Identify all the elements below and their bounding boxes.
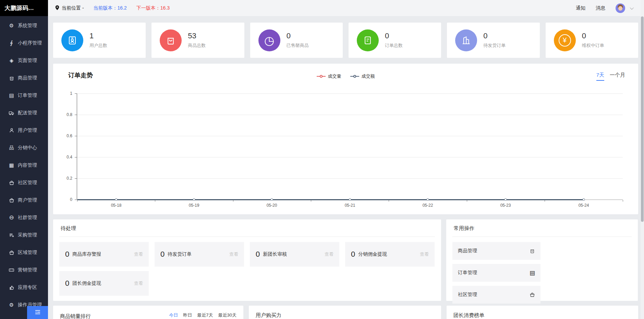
x-axis-tick <box>77 200 77 202</box>
stat-card-soldout-goods[interactable]: ◷ 0 已售罄商品 <box>250 23 343 58</box>
stat-card-users-total[interactable]: 1 用户总数 <box>53 23 146 58</box>
gridline <box>77 157 623 157</box>
sidebar-item-label: 小程序管理 <box>18 40 42 46</box>
pending-count: 0 <box>65 279 69 288</box>
quick-ops-title: 常用操作 <box>452 219 632 237</box>
sidebar-item-goods[interactable]: 商品管理 <box>0 69 48 87</box>
sidebar-item-purchase[interactable]: 采购管理 <box>0 226 48 244</box>
basket-icon <box>8 250 15 255</box>
dashboard-content: 1 用户总数 53 商品总数 ◷ 0 <box>48 16 644 319</box>
leader-rank-header: 团长消费榜单 <box>447 306 638 319</box>
sidebar-item-pages[interactable]: ◈ 页面管理 <box>0 52 48 69</box>
shopping-bag-icon <box>160 29 182 51</box>
sidebar-menu: ⚙ 系统管理 ∮ 小程序管理 ◈ 页面管理 商品管理 ▤ 订单管理 <box>0 16 48 314</box>
basket-icon <box>8 180 15 186</box>
sidebar-item-label: 页面管理 <box>18 58 37 64</box>
buying-power-title: 用户购买力 <box>256 312 281 319</box>
x-axis-label: 05-23 <box>500 203 511 208</box>
view-link[interactable]: 查看 <box>325 251 333 257</box>
next-version-link[interactable]: 下一版本：16.3 <box>136 5 170 11</box>
x-axis-tick <box>233 200 233 202</box>
pending-tiles: 0 商品库存警报 查看 0 待发货订单 查看 0 新团长审核 查看 <box>59 237 435 301</box>
sidebar-item-community[interactable]: 社区管理 <box>0 174 48 191</box>
notice-link[interactable]: 通知 <box>576 5 585 11</box>
sidebar-collapse-button[interactable] <box>27 306 48 319</box>
sidebar-item-users[interactable]: 用户管理 <box>0 122 48 139</box>
stat-value: 0 <box>582 32 604 40</box>
tab-last-30-days[interactable]: 最近30天 <box>218 312 236 319</box>
middle-row: 待处理 0 商品库存警报 查看 0 待发货订单 查看 <box>53 219 638 301</box>
y-axis-label: 0 <box>53 197 72 202</box>
sidebar-item-label: 内容管理 <box>18 162 37 168</box>
pending-label: 团长佣金提现 <box>72 280 134 286</box>
sidebar-item-label: 社群管理 <box>18 215 37 221</box>
sidebar-item-content[interactable]: ▦ 内容管理 <box>0 156 48 174</box>
sidebar-item-miniprogram[interactable]: ∮ 小程序管理 <box>0 34 48 52</box>
sidebar-item-marketing[interactable]: 营销管理 <box>0 261 48 279</box>
message-link[interactable]: 消息 <box>596 5 605 11</box>
avatar-face <box>618 6 622 11</box>
stat-value: 0 <box>385 32 403 40</box>
tab-today[interactable]: 今日 <box>169 312 178 319</box>
user-icon <box>8 128 15 133</box>
tab-yesterday[interactable]: 昨日 <box>183 312 192 319</box>
gridline <box>77 136 623 136</box>
tab-last-7-days[interactable]: 最近7天 <box>197 312 213 319</box>
circle-minus-icon: ⊖ <box>8 214 15 221</box>
sidebar-item-system[interactable]: ⚙ 系统管理 <box>0 17 48 34</box>
user-avatar[interactable] <box>616 3 625 13</box>
y-axis-label: 0.8 <box>53 112 72 117</box>
quickop-community[interactable]: 社区管理 <box>452 286 540 304</box>
chevron-down-icon[interactable] <box>630 5 634 9</box>
current-version-link[interactable]: 当前版本：16.2 <box>94 5 127 11</box>
y-axis-label: 0.6 <box>53 133 72 138</box>
quickop-orders[interactable]: 订单管理 ▤ <box>452 264 540 282</box>
data-point <box>583 199 585 201</box>
sidebar-item-apps[interactable]: 应用专区 <box>0 279 48 296</box>
y-axis-line <box>77 93 77 200</box>
quickop-goods[interactable]: 商品管理 <box>452 242 540 260</box>
order-doc-icon <box>357 29 379 51</box>
y-axis-label: 1 <box>53 91 72 96</box>
order-trend-chart-card: 订单走势 成交量 成交额 7天 一个月 <box>53 64 638 214</box>
stat-texts: 0 订单总数 <box>385 32 403 49</box>
sidebar-item-label: 采购管理 <box>18 232 37 238</box>
pending-count: 0 <box>65 250 69 259</box>
pending-count: 0 <box>351 250 355 259</box>
x-axis-label: 05-22 <box>423 203 433 208</box>
view-link[interactable]: 查看 <box>229 251 238 257</box>
basket-icon <box>530 292 535 297</box>
view-link[interactable]: 查看 <box>420 251 429 257</box>
sidebar-item-label: 营销管理 <box>18 267 37 273</box>
data-point <box>193 199 195 201</box>
sidebar-item-label: 社区管理 <box>18 180 37 186</box>
sidebar-item-label: 用户管理 <box>18 127 37 133</box>
x-axis-label: 05-18 <box>111 203 122 208</box>
stat-label: 维权中订单 <box>582 42 604 49</box>
sidebar-item-groups[interactable]: ⊖ 社群管理 <box>0 209 48 226</box>
pending-count: 0 <box>256 250 260 259</box>
sidebar-item-merchant[interactable]: 商户管理 <box>0 191 48 209</box>
data-point <box>427 199 429 201</box>
stat-label: 商品总数 <box>188 42 206 49</box>
ticket-icon <box>8 267 15 273</box>
data-point <box>505 199 507 201</box>
stat-card-pending-ship-orders[interactable]: 0 待发货订单 <box>447 23 539 58</box>
stat-card-orders-total[interactable]: 0 订单总数 <box>349 23 441 58</box>
page-scrollbar-thumb[interactable] <box>641 16 644 222</box>
quickop-label: 订单管理 <box>458 270 477 276</box>
page-scrollbar-track[interactable] <box>641 0 644 319</box>
sidebar-item-distribution[interactable]: 品 分销中心 <box>0 139 48 156</box>
stat-card-dispute-orders[interactable]: ¥ 0 维权中订单 <box>546 23 638 58</box>
stat-texts: 0 维权中订单 <box>582 32 604 49</box>
pending-label: 待发货订单 <box>168 251 229 257</box>
view-link[interactable]: 查看 <box>134 251 143 257</box>
sidebar-item-orders[interactable]: ▤ 订单管理 <box>0 87 48 104</box>
stat-label: 待发货订单 <box>483 42 506 49</box>
view-link[interactable]: 查看 <box>134 280 143 286</box>
shopping-bag-icon <box>8 75 15 81</box>
stat-card-goods-total[interactable]: 53 商品总数 <box>151 23 244 58</box>
sidebar-item-region[interactable]: 区域管理 <box>0 244 48 261</box>
sidebar-item-delivery[interactable]: 配送管理 <box>0 104 48 122</box>
y-axis-label: 0.2 <box>53 176 72 181</box>
